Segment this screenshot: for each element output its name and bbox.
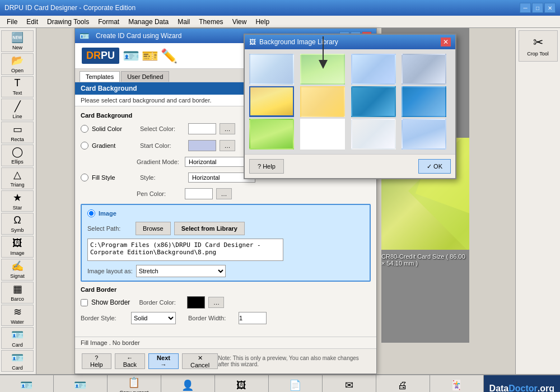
image-radio-row: Image	[87, 208, 364, 218]
sidebar-item-card2[interactable]: 🪪Card	[1, 350, 34, 372]
solid-color-input[interactable]	[188, 123, 216, 134]
image-layout-select[interactable]: Stretch Tile Center Fit	[136, 265, 226, 277]
card-back-icon: 🪪	[74, 379, 86, 391]
card-bg-title: Card Background	[81, 85, 137, 92]
bg-thumb-10[interactable]	[300, 119, 345, 150]
border-style-select[interactable]: Solid Dashed Dotted	[131, 312, 176, 324]
bg-lib-close-btn[interactable]: ✕	[441, 38, 451, 46]
bottom-send-mail[interactable]: ✉ Send Mail	[323, 375, 376, 392]
bg-lib-title-icon: 🖼	[249, 38, 256, 46]
bottom-export-pdf[interactable]: 📄 Export as PDF	[269, 375, 323, 392]
batch-icon: 🃏	[450, 379, 463, 391]
border-section: Card Border Show Border Border Color: … …	[81, 286, 371, 324]
menu-file[interactable]: File	[2, 17, 22, 27]
menu-view[interactable]: View	[228, 17, 251, 27]
style-label: Style:	[140, 174, 185, 181]
help-button[interactable]: ? Help	[82, 353, 111, 369]
menu-drawing-tools[interactable]: Drawing Tools	[43, 17, 94, 27]
pen-color-picker-btn[interactable]: …	[216, 188, 232, 199]
sidebar-item-symbol[interactable]: ΩSymb	[1, 213, 34, 235]
sidebar-item-watermark[interactable]: ≋Water	[1, 305, 34, 326]
crop-tool-btn[interactable]: ✂ Crop Tool	[519, 30, 558, 62]
menu-themes[interactable]: Themes	[194, 17, 227, 27]
bg-thumb-1[interactable]	[249, 54, 294, 85]
menu-format[interactable]: Format	[94, 17, 124, 27]
bg-thumb-6[interactable]	[300, 86, 345, 117]
solid-color-radio[interactable]	[81, 125, 88, 133]
tab-user-defined[interactable]: User Defined	[121, 71, 169, 82]
bg-thumb-5[interactable]	[249, 86, 294, 117]
user-icon: 👤	[181, 379, 194, 391]
bg-thumb-9[interactable]	[249, 119, 294, 150]
right-panel: ✂ Crop Tool	[515, 28, 560, 374]
image-layout-label: Image layout as:	[87, 268, 133, 274]
arrow-connector	[312, 31, 357, 76]
border-color-picker-btn[interactable]: …	[208, 297, 224, 308]
sidebar-item-image[interactable]: 🖼Image	[1, 236, 34, 258]
sidebar-item-triangle[interactable]: △Triang	[1, 167, 34, 189]
maximize-btn[interactable]: □	[532, 3, 543, 13]
border-color-box[interactable]	[187, 296, 205, 309]
pen-color-input[interactable]	[185, 188, 213, 199]
sidebar-item-line[interactable]: ╱Line	[1, 99, 34, 120]
minimize-btn[interactable]: ─	[520, 3, 531, 13]
bg-thumb-7[interactable]	[351, 86, 396, 117]
bottom-card-batch[interactable]: 🃏 Card Batch Data	[430, 375, 484, 392]
bottom-user-profile[interactable]: 👤 User Profile	[161, 375, 215, 392]
fill-style-label: Fill Style	[92, 174, 137, 181]
select-path-label: Select Path:	[87, 225, 132, 232]
sidebar-item-new[interactable]: 🆕New	[1, 30, 34, 52]
bottom-card-back[interactable]: 🪪 Card Back	[54, 375, 108, 392]
bg-lib-help-btn[interactable]: ? Help	[249, 159, 284, 174]
select-color-label: Select Color:	[140, 125, 185, 132]
sidebar-item-rect[interactable]: ▭Recta	[1, 122, 34, 143]
border-width-input[interactable]	[239, 312, 267, 324]
export-pdf-icon: 📄	[289, 379, 301, 391]
bottom-copy-design[interactable]: 📋 Copy currentdesign	[108, 375, 161, 392]
sidebar-item-card1[interactable]: 🪪Card	[1, 327, 34, 349]
tab-template[interactable]: Templates	[80, 71, 120, 82]
bg-thumb-8[interactable]	[402, 86, 446, 117]
solid-color-picker-btn[interactable]: …	[220, 123, 235, 134]
menu-help[interactable]: Help	[251, 17, 274, 27]
bg-thumb-11[interactable]	[351, 119, 396, 150]
bg-thumb-4[interactable]	[402, 54, 446, 85]
fill-style-radio[interactable]	[81, 174, 88, 181]
show-border-row: Show Border Border Color: …	[81, 296, 371, 309]
bottom-card-front[interactable]: 🪪 Card Front	[0, 375, 54, 392]
show-border-checkbox[interactable]	[81, 299, 88, 306]
menu-mail[interactable]: Mail	[173, 17, 194, 27]
layout-row: Image layout as: Stretch Tile Center Fit	[87, 265, 364, 277]
back-button[interactable]: ← Back	[115, 353, 145, 369]
bg-thumb-12[interactable]	[402, 119, 446, 150]
browse-button[interactable]: Browse	[136, 222, 171, 235]
title-controls: ─ □ ✕	[520, 3, 556, 13]
border-style-row: Border Style: Solid Dashed Dotted Border…	[81, 312, 371, 324]
sidebar-item-star[interactable]: ★Star	[1, 190, 34, 212]
cancel-button[interactable]: ✕ Cancel	[182, 353, 218, 369]
sidebar-item-open[interactable]: 📂Open	[1, 53, 34, 75]
image-section: Image Select Path: Browse Select from Li…	[81, 204, 371, 282]
close-btn[interactable]: ✕	[544, 3, 556, 13]
bg-thumb-3[interactable]	[351, 54, 396, 85]
brand-label: DataDoctor.org	[484, 375, 560, 392]
send-mail-icon: ✉	[345, 379, 353, 391]
select-from-library-button[interactable]: Select from Library	[174, 222, 245, 235]
sidebar-item-text[interactable]: TText	[1, 76, 34, 98]
menu-bar: File Edit Drawing Tools Format Manage Da…	[0, 16, 560, 28]
bottom-print-design[interactable]: 🖨 Print Design	[376, 375, 430, 392]
menu-edit[interactable]: Edit	[22, 17, 43, 27]
sidebar-item-signature[interactable]: ✍Signat	[1, 259, 34, 281]
gradient-radio[interactable]	[81, 142, 88, 150]
next-button[interactable]: Next →	[148, 353, 179, 369]
sidebar-item-barcode[interactable]: ▦Barco	[1, 282, 34, 304]
path-input[interactable]	[87, 239, 283, 261]
image-radio[interactable]	[87, 209, 95, 217]
sidebar-item-ellipse[interactable]: ◯Ellips	[1, 144, 34, 166]
bg-lib-ok-btn[interactable]: ✓ OK	[418, 159, 451, 174]
start-color-picker-btn[interactable]: …	[220, 140, 235, 151]
app-title: DRPU ID Card Designer - Corporate Editio…	[4, 4, 136, 12]
menu-manage-data[interactable]: Manage Data	[124, 17, 173, 27]
bottom-export-image[interactable]: 🖼 Export as Image	[215, 375, 269, 392]
start-color-input[interactable]	[188, 140, 216, 151]
